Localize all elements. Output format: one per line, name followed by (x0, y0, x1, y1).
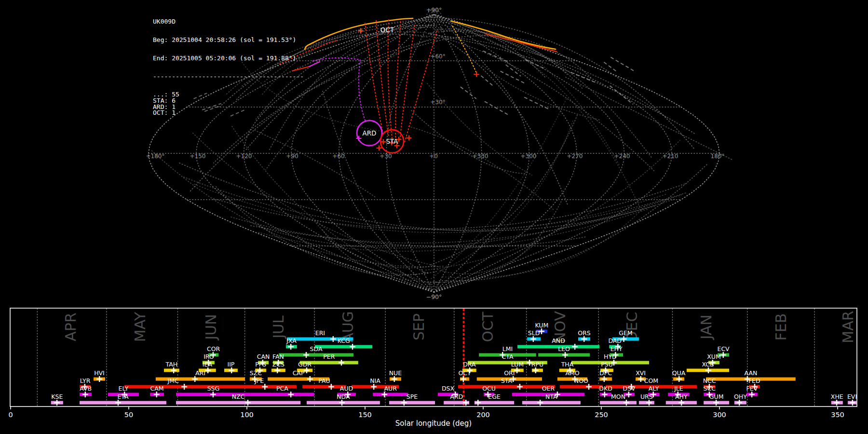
shower-code-label: CAM (150, 385, 164, 392)
lon-label: +0 (429, 153, 438, 160)
shower-code-label: XVI (636, 369, 646, 377)
shower-code-label: RPU (531, 361, 543, 368)
x-tick-label: 50 (124, 411, 133, 419)
shower-code-label: AND (552, 337, 565, 344)
shower-code-label: FED (748, 377, 760, 384)
shower-code-label: IIP (227, 361, 234, 368)
shower-code-label: SLD (528, 329, 540, 337)
shower-bar-zcs: ZCS (271, 361, 285, 373)
shower-bar-dkd: DKD (599, 385, 612, 397)
shower-bar-ors: ORS (578, 329, 591, 342)
lon-label: +300 (521, 153, 537, 160)
shower-code-label: DPC (599, 369, 612, 377)
shower-bar-iip: IIP (224, 361, 238, 373)
shower-bar-nda: NDA (307, 393, 380, 406)
shower-code-label: XCB (702, 361, 714, 368)
shower-code-label: LMI (502, 345, 513, 353)
shower-code-label: JMC (167, 377, 179, 384)
shower-code-label: PSU (601, 361, 613, 368)
shower-code-label: SCC (703, 385, 716, 392)
pole-label-south: −90° (426, 293, 442, 300)
shower-code-label: SZC (250, 369, 262, 377)
pole-label-north: +90° (426, 6, 442, 14)
shower-bar-jxa: JXA (286, 337, 297, 350)
shower-code-label: NDA (337, 393, 350, 400)
lon-label: +330 (473, 153, 488, 160)
shower-code-label: KSE (51, 393, 63, 400)
shower-code-label: KCG (338, 337, 350, 344)
shower-bar-hvi: HVI (94, 369, 105, 382)
station-id: UK009D (153, 19, 304, 25)
shower-code-label: COR (207, 345, 220, 353)
shower-code-label: IRC (203, 353, 214, 360)
shower-code-label: ORI (504, 369, 515, 377)
shower-code-label: URS (640, 393, 653, 400)
shower-code-label: HYD (604, 353, 617, 360)
shower-code-label: DSV (623, 385, 636, 392)
shower-bar-xcb: XCB (687, 361, 729, 373)
shower-code-label: CAP (293, 369, 305, 377)
shower-code-label: ARD (450, 393, 463, 400)
shower-code-label: NUE (389, 369, 402, 377)
shower-code-label: AUR (384, 385, 397, 392)
shower-code-label: FAN (272, 353, 284, 360)
x-axis: 050100150200250300350Solar longitude (de… (8, 407, 844, 428)
shower-code-label: TAH (165, 361, 178, 368)
shower-code-label: SDA (310, 345, 323, 353)
shower-code-label: LEO (558, 345, 570, 353)
lon-label: 180° (711, 153, 725, 160)
session-begin: Beg: 20251004 20:58:26 (sol = 191.53°) (153, 37, 304, 43)
shower-code-label: DRA (463, 361, 476, 368)
shower-code-label: MON (611, 393, 625, 400)
x-axis-title: Solar longitude (deg) (395, 419, 472, 428)
shower-code-label: STA (501, 377, 513, 384)
shower-code-label: ELY (119, 385, 129, 392)
session-end: End: 20251005 05:20:06 (sol = 191.88°) (153, 55, 304, 62)
shower-counts: ...: 55STA: 6ARD: 1OCT: 1 (153, 92, 304, 116)
shower-code-label: XUM (707, 353, 721, 360)
month-label-jul: JUL (270, 315, 287, 339)
shower-code-label: PAU (318, 377, 330, 384)
month-label-oct: OCT (479, 312, 496, 342)
shower-code-label: GEM (619, 329, 632, 337)
shower-code-label: NZC (232, 393, 245, 400)
shower-code-label: OCU (482, 385, 496, 392)
shower-code-label: ALY (649, 385, 659, 392)
x-tick-label: 150 (358, 411, 372, 419)
shower-bar-nue: NUE (389, 369, 402, 382)
shower-code-label: ORS (578, 329, 591, 337)
shower-code-label: ARI (195, 369, 205, 377)
count-line: OCT: 1 (153, 110, 304, 116)
x-tick-label: 200 (476, 411, 490, 419)
shower-code-label: NTA (545, 393, 557, 400)
lon-label: +120 (236, 153, 252, 160)
shower-code-label: OHY (734, 393, 747, 400)
month-label-jan: JAN (698, 314, 715, 340)
shower-code-label: XHE (831, 393, 843, 400)
shower-code-label: JLE (674, 385, 683, 392)
month-label-sep: SEP (410, 313, 427, 340)
shower-code-label: LYR (80, 377, 91, 384)
shower-code-label: SPE (407, 393, 418, 400)
shower-code-label: FEV (746, 385, 758, 392)
shower-code-label: HVI (94, 369, 105, 377)
month-label-feb: FEB (773, 313, 789, 341)
shower-code-label: JPE (254, 377, 264, 384)
x-tick-label: 350 (831, 411, 844, 419)
shower-bar-oct: OCT (458, 369, 471, 382)
shower-code-label: AVB (80, 385, 92, 392)
stats-separator: ---------------------------------------- (153, 74, 304, 80)
shower-code-label: QUA (672, 369, 686, 377)
dec-label: +30° (430, 99, 445, 106)
lon-label: +90 (286, 153, 298, 160)
shower-code-label: COM (644, 377, 658, 384)
shower-code-label: PPS (255, 361, 266, 368)
shower-code-label: GUM (709, 393, 724, 400)
shower-code-label: PER (323, 353, 335, 360)
shower-code-label: AUD (340, 385, 353, 392)
shower-code-label: JXA (286, 337, 297, 344)
sky-shower-label-oct: OCT (380, 26, 394, 34)
radiant-circle-ard: ARD (357, 121, 382, 146)
shower-code-label: THA (561, 361, 574, 368)
lon-label: +270 (567, 153, 583, 160)
